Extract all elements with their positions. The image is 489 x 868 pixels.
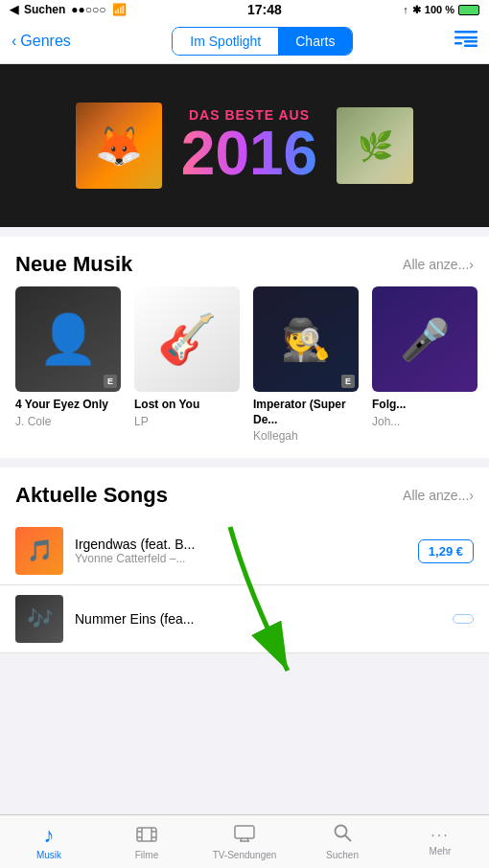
price-button[interactable]: 1,29 € bbox=[418, 539, 474, 563]
list-item[interactable]: Lost on You LP bbox=[134, 286, 240, 443]
explicit-badge: E bbox=[104, 375, 117, 388]
song-cover-1 bbox=[15, 527, 63, 575]
album-artist: J. Cole bbox=[15, 415, 121, 428]
tab-musik-label: Musik bbox=[36, 850, 61, 860]
tab-tv[interactable]: TV-Sendungen bbox=[196, 823, 293, 860]
hero-banner[interactable]: DAS BESTE AUS 2016 bbox=[0, 64, 489, 227]
list-item[interactable]: Irgendwas (feat. B... Yvonne Catterfeld … bbox=[0, 517, 489, 585]
neue-musik-section: Neue Musik Alle anze...› E 4 Your Eyez O… bbox=[0, 237, 489, 458]
back-label: Genres bbox=[20, 33, 70, 50]
back-button[interactable]: ‹ Genres bbox=[12, 33, 71, 50]
price-button[interactable] bbox=[453, 614, 474, 624]
svg-rect-4 bbox=[464, 44, 477, 47]
tab-mehr[interactable]: ··· Mehr bbox=[391, 827, 489, 857]
segment-control: Im Spotlight Charts bbox=[172, 27, 353, 56]
search-icon bbox=[333, 823, 352, 848]
aktuelle-songs-section: Aktuelle Songs Alle anze...› Irgendwas (… bbox=[0, 468, 489, 653]
hero-year: 2016 bbox=[181, 123, 317, 184]
hero-album-left bbox=[76, 103, 162, 189]
tab-suchen[interactable]: Suchen bbox=[293, 823, 391, 860]
svg-rect-1 bbox=[454, 36, 477, 39]
song-info: Nummer Eins (fea... bbox=[75, 611, 441, 627]
song-artist: Yvonne Catterfeld –... bbox=[75, 552, 407, 565]
tab-musik[interactable]: ♪ Musik bbox=[0, 823, 98, 860]
album-name: Lost on You bbox=[134, 398, 240, 413]
carrier-label: Suchen bbox=[24, 3, 65, 16]
svg-rect-0 bbox=[454, 31, 477, 34]
album-artist: Joh... bbox=[372, 415, 477, 428]
svg-rect-6 bbox=[137, 828, 156, 841]
svg-rect-3 bbox=[464, 40, 477, 43]
song-cover-2 bbox=[15, 595, 63, 643]
album-cover-4 bbox=[372, 286, 477, 392]
tab-tv-label: TV-Sendungen bbox=[213, 850, 277, 860]
status-right: ↑ ✱ 100 % bbox=[403, 4, 479, 16]
song-title: Irgendwas (feat. B... bbox=[75, 537, 407, 552]
bluetooth-icon: ✱ bbox=[412, 4, 421, 16]
spotlight-tab[interactable]: Im Spotlight bbox=[173, 28, 278, 55]
neue-musik-header: Neue Musik Alle anze...› bbox=[0, 252, 489, 286]
battery-label: 100 % bbox=[425, 4, 454, 15]
tab-filme[interactable]: Filme bbox=[98, 823, 196, 860]
album-cover-3: E bbox=[253, 286, 359, 392]
aktuelle-songs-all-link[interactable]: Alle anze...› bbox=[403, 488, 474, 503]
svg-rect-2 bbox=[454, 42, 462, 45]
back-icon: ◀ bbox=[10, 3, 18, 16]
aktuelle-songs-header: Aktuelle Songs Alle anze...› bbox=[0, 483, 489, 517]
neue-musik-title: Neue Musik bbox=[15, 252, 132, 277]
album-cover-1: E bbox=[15, 286, 121, 392]
album-cover-2 bbox=[134, 286, 240, 392]
musik-icon: ♪ bbox=[44, 823, 55, 848]
album-name: 4 Your Eyez Only bbox=[15, 398, 121, 413]
battery-icon bbox=[458, 5, 479, 15]
location-icon: ↑ bbox=[403, 4, 408, 15]
charts-tab[interactable]: Charts bbox=[278, 28, 352, 55]
svg-point-17 bbox=[336, 826, 347, 837]
signal-dots: ●●○○○ bbox=[71, 3, 105, 16]
song-info: Irgendwas (feat. B... Yvonne Catterfeld … bbox=[75, 537, 407, 565]
list-item[interactable]: E Imperator (Super De... Kollegah bbox=[253, 286, 359, 443]
song-title: Nummer Eins (fea... bbox=[75, 611, 441, 627]
tab-bar: ♪ Musik Filme TV-Sendungen bbox=[0, 814, 489, 868]
tab-filme-label: Filme bbox=[135, 850, 158, 860]
tab-suchen-label: Suchen bbox=[326, 850, 359, 860]
hero-text: DAS BESTE AUS 2016 bbox=[181, 107, 317, 184]
nav-bar: ‹ Genres Im Spotlight Charts bbox=[0, 19, 489, 64]
tv-icon bbox=[234, 823, 255, 848]
album-artist: LP bbox=[134, 415, 240, 428]
neue-musik-album-row: E 4 Your Eyez Only J. Cole Lost on You L… bbox=[0, 286, 489, 458]
mehr-icon: ··· bbox=[431, 827, 449, 844]
album-name: Imperator (Super De... bbox=[253, 398, 359, 427]
neue-musik-all-link[interactable]: Alle anze...› bbox=[403, 257, 474, 272]
tab-mehr-label: Mehr bbox=[430, 846, 452, 857]
wifi-icon: 📶 bbox=[112, 3, 127, 16]
svg-line-18 bbox=[345, 835, 351, 841]
explicit-badge: E bbox=[341, 375, 355, 388]
filme-icon bbox=[136, 823, 157, 848]
list-item[interactable]: Nummer Eins (fea... bbox=[0, 585, 489, 653]
svg-rect-13 bbox=[235, 826, 254, 838]
album-artist: Kollegah bbox=[253, 429, 359, 443]
back-chevron-icon: ‹ bbox=[12, 33, 16, 50]
time-display: 17:48 bbox=[247, 2, 282, 17]
hero-album-right bbox=[337, 107, 413, 184]
list-item[interactable]: E 4 Your Eyez Only J. Cole bbox=[15, 286, 121, 443]
status-left: ◀ Suchen ●●○○○ 📶 bbox=[10, 3, 127, 16]
aktuelle-songs-title: Aktuelle Songs bbox=[15, 483, 168, 508]
status-bar: ◀ Suchen ●●○○○ 📶 17:48 ↑ ✱ 100 % bbox=[0, 0, 489, 19]
list-item[interactable]: Folg... Joh... bbox=[372, 286, 477, 443]
hero-content: DAS BESTE AUS 2016 bbox=[76, 103, 413, 189]
album-name: Folg... bbox=[372, 398, 477, 413]
list-icon[interactable] bbox=[454, 31, 477, 53]
